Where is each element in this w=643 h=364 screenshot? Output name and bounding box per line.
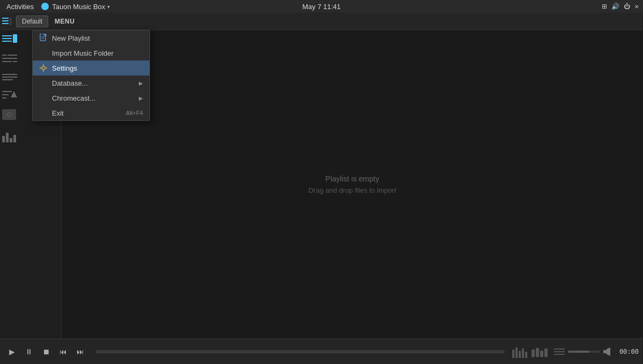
- volume-max-icon: [603, 347, 612, 356]
- prev-button[interactable]: ⏮: [56, 344, 71, 359]
- svg-rect-5: [2, 38, 12, 39]
- text-view-icon[interactable]: [2, 73, 17, 81]
- database-label: Database...: [52, 79, 88, 87]
- app-title[interactable]: Tauon Music Box ▾: [41, 3, 110, 11]
- svg-point-22: [9, 114, 10, 116]
- svg-rect-37: [512, 350, 514, 358]
- datetime-display: May 7 11:41: [302, 3, 341, 11]
- svg-rect-26: [13, 135, 16, 142]
- svg-rect-12: [13, 61, 17, 62]
- sort-icon[interactable]: [2, 90, 17, 101]
- tauon-icon: [41, 3, 49, 10]
- svg-rect-24: [6, 133, 9, 142]
- svg-rect-11: [2, 61, 12, 62]
- list-view-icon: [2, 34, 17, 45]
- network-icon[interactable]: ⊞: [602, 3, 607, 10]
- eq-bars-icon[interactable]: [2, 131, 17, 142]
- svg-rect-25: [10, 138, 12, 142]
- menu-button[interactable]: MENU: [50, 16, 79, 27]
- chevron-down-icon: ▾: [107, 4, 110, 10]
- menu-item-new-playlist[interactable]: New Playlist: [33, 31, 149, 46]
- svg-rect-44: [540, 351, 543, 357]
- chromecast-icon-placeholder: [39, 94, 48, 102]
- svg-rect-45: [544, 348, 548, 357]
- svg-rect-43: [536, 348, 539, 357]
- svg-rect-13: [2, 74, 17, 75]
- exit-shortcut: Alt+F4: [126, 110, 143, 116]
- system-bar: Activities Tauon Music Box ▾ May 7 11:41…: [0, 0, 643, 13]
- bottom-right-controls: 00:00: [512, 345, 639, 358]
- menu-item-exit[interactable]: Exit Alt+F4: [33, 105, 149, 120]
- svg-rect-49: [603, 350, 607, 353]
- menu-item-import-music[interactable]: Import Music Folder: [33, 46, 149, 60]
- pause-button[interactable]: ⏸: [21, 344, 36, 359]
- svg-rect-0: [2, 18, 9, 19]
- svg-rect-39: [519, 351, 521, 358]
- svg-rect-9: [8, 55, 17, 56]
- menu-item-settings[interactable]: Settings: [33, 60, 149, 75]
- playlist-hint: Drag and drop files to import: [308, 186, 396, 194]
- svg-rect-15: [2, 79, 13, 80]
- svg-rect-42: [532, 350, 535, 357]
- svg-rect-16: [2, 91, 12, 92]
- svg-rect-8: [2, 55, 6, 56]
- svg-rect-6: [2, 41, 12, 42]
- exit-label: Exit: [52, 109, 64, 117]
- database-icon-placeholder: [39, 79, 48, 87]
- power-icon[interactable]: ⏻: [624, 3, 630, 10]
- svg-rect-7: [13, 34, 17, 43]
- close-icon[interactable]: ✕: [634, 4, 639, 10]
- stop-button[interactable]: ⏹: [39, 344, 54, 359]
- import-music-label: Import Music Folder: [52, 49, 114, 57]
- svg-rect-48: [554, 354, 565, 355]
- svg-rect-10: [2, 58, 17, 59]
- exit-icon-placeholder: [39, 109, 48, 117]
- time-display: 00:00: [619, 348, 639, 355]
- svg-rect-46: [554, 348, 565, 350]
- new-playlist-icon: [39, 34, 48, 42]
- svg-rect-3: [10, 18, 12, 25]
- volume-bars-icon[interactable]: [532, 346, 551, 357]
- bottom-bar: ▶ ⏸ ⏹ ⏮ ⏭: [0, 338, 643, 364]
- menu-item-chromecast[interactable]: Chromecast... ▶: [33, 90, 149, 105]
- playlist-empty-label: Playlist is empty: [325, 175, 379, 183]
- svg-rect-18: [2, 97, 6, 98]
- volume-icon[interactable]: 🔊: [611, 3, 619, 10]
- app-toolbar: Default MENU: [0, 13, 643, 30]
- app-name-label: Tauon Music Box: [52, 3, 105, 11]
- menu-item-database[interactable]: Database... ▶: [33, 75, 149, 90]
- volume-fill: [568, 351, 589, 353]
- queue-icon[interactable]: [554, 347, 565, 356]
- svg-rect-41: [525, 352, 527, 358]
- svg-rect-4: [2, 35, 12, 36]
- system-bar-left: Activities Tauon Music Box ▾: [4, 2, 110, 12]
- list-icon[interactable]: [2, 18, 12, 25]
- eq-control-icon[interactable]: [512, 345, 528, 358]
- svg-marker-50: [607, 347, 610, 356]
- play-button[interactable]: ▶: [4, 344, 19, 359]
- album-art-icon[interactable]: [2, 109, 17, 122]
- svg-point-32: [42, 66, 45, 70]
- svg-rect-38: [515, 347, 518, 358]
- menu-dropdown: New Playlist Import Music Folder Setting…: [32, 30, 150, 121]
- default-tab[interactable]: Default: [16, 16, 48, 27]
- progress-bar[interactable]: [95, 350, 505, 353]
- settings-label: Settings: [52, 64, 77, 72]
- database-arrow: ▶: [139, 80, 143, 86]
- settings-icon: [39, 64, 48, 72]
- activities-button[interactable]: Activities: [4, 2, 36, 12]
- svg-rect-17: [2, 94, 9, 95]
- svg-rect-1: [2, 20, 9, 21]
- filter-icon[interactable]: [2, 54, 17, 64]
- svg-rect-47: [554, 351, 565, 352]
- chromecast-label: Chromecast...: [52, 94, 95, 102]
- chromecast-arrow: ▶: [139, 95, 143, 101]
- new-playlist-label: New Playlist: [52, 34, 90, 42]
- sidebar-eq-row: [2, 131, 59, 142]
- next-button[interactable]: ⏭: [73, 344, 88, 359]
- import-folder-icon: [39, 49, 48, 57]
- system-tray: ⊞ 🔊 ⏻ ✕: [602, 3, 639, 10]
- volume-slider[interactable]: [568, 351, 600, 353]
- svg-rect-23: [2, 136, 5, 142]
- svg-rect-2: [2, 23, 9, 24]
